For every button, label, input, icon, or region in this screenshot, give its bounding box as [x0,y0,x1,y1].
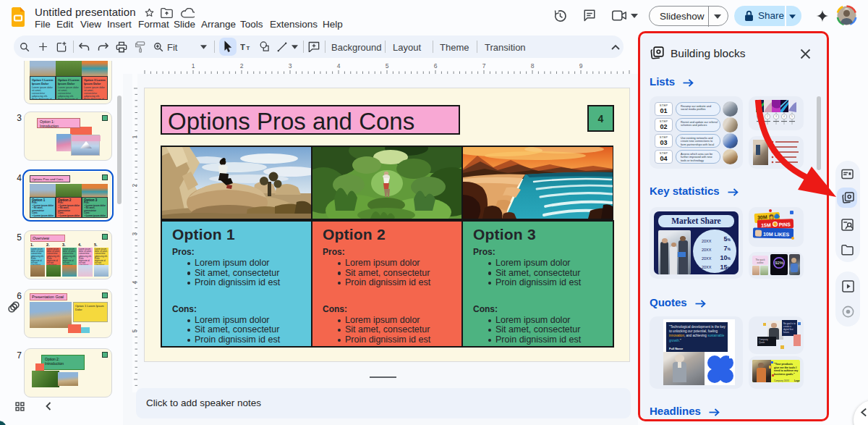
svg-text:2: 2 [240,62,244,70]
svg-text:6: 6 [434,62,438,70]
svg-text:T: T [240,43,245,51]
svg-text:8: 8 [531,62,535,70]
svg-text:5: 5 [386,62,389,70]
svg-text:3: 3 [289,62,292,70]
svg-text:T: T [247,45,250,51]
svg-text:7: 7 [482,62,486,70]
svg-text:4: 4 [337,62,341,70]
svg-text:9: 9 [579,62,583,70]
svg-text:1: 1 [192,62,195,70]
